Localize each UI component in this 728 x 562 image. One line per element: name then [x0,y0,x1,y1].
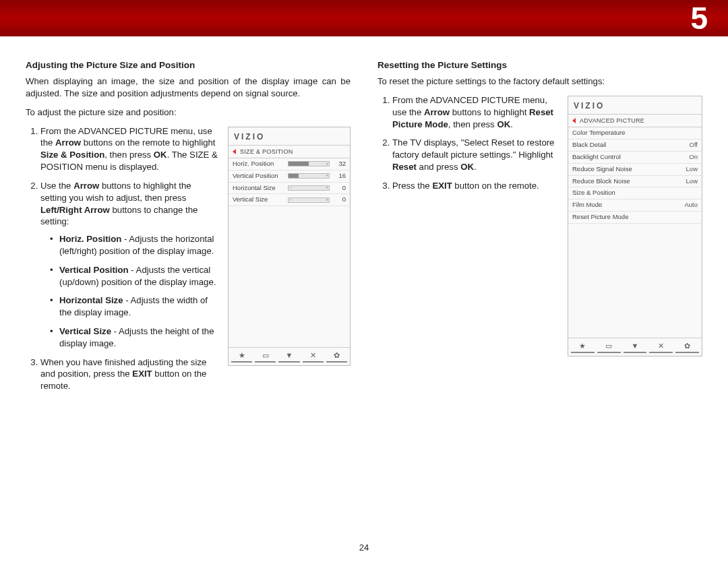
osd2-row: Reset Picture Mode [568,212,702,224]
right-intro: To reset the picture settings to the fac… [377,75,702,88]
bullet-vertical-size: Vertical Size - Adjusts the height of th… [50,325,351,350]
osd2-row: Color Temperature [568,127,702,139]
osd1-row: Vertical Size −+ 0 [229,194,350,206]
close-icon: ✕ [649,341,673,353]
osd2-row: Reduce Signal NoiseLow [568,164,702,176]
slider-icon: −+ [288,161,330,166]
left-heading: Adjusting the Picture Size and Position [26,59,351,71]
osd2-footer: ★ ▭ ▼ ✕ ✿ [568,338,702,356]
down-icon: ▼ [278,350,299,363]
osd1-brand: VIZIO [229,127,350,145]
close-icon: ✕ [303,350,324,363]
right-column: Resetting the Picture Settings To reset … [377,59,702,399]
wide-icon: ▭ [255,350,276,363]
osd2-row: Black DetailOff [568,139,702,152]
bullet-vertical-position: Vertical Position - Adjusts the vertical… [50,264,351,288]
osd1-subtitle-row: SIZE & POSITION [229,145,350,158]
osd-advanced-picture: VIZIO ADVANCED PICTURE Color Temperature… [568,96,702,356]
down-icon: ▼ [624,341,647,353]
chapter-banner: 5 [0,0,728,36]
osd1-row: Vertical Position −+ 16 [229,170,350,183]
page-number: 24 [0,542,728,553]
left-lead: To adjust the picture size and position: [26,106,351,119]
osd2-row: Reduce Block NoiseLow [568,176,702,188]
osd1-footer: ★ ▭ ▼ ✕ ✿ [229,348,350,365]
slider-icon: −+ [288,197,330,203]
bullet-horizontal-size: Horizontal Size - Adjusts the width of t… [50,294,351,319]
page-body: Adjusting the Picture Size and Position … [0,36,728,399]
osd2-subtitle: ADVANCED PICTURE [580,117,644,125]
back-arrow-icon [233,149,236,154]
gear-icon: ✿ [675,341,699,353]
osd2-row: Film ModeAuto [568,199,702,212]
left-column: Adjusting the Picture Size and Position … [26,59,351,399]
gear-icon: ✿ [326,350,347,363]
back-arrow-icon [572,118,576,123]
osd1-subtitle: SIZE & POSITION [240,148,293,156]
osd2-row: Backlight ControlOn [568,152,702,164]
osd2-row: Size & Position [568,187,702,199]
osd1-row: Horizontal Size −+ 0 [229,183,350,195]
slider-icon: −+ [288,173,330,179]
bullet-horiz-position: Horiz. Position - Adjusts the horizontal… [50,233,351,257]
right-heading: Resetting the Picture Settings [377,59,702,71]
osd1-row: Horiz. Position −+ 32 [229,158,350,170]
chapter-number: 5 [690,0,708,36]
slider-icon: −+ [288,185,330,191]
osd2-subtitle-row: ADVANCED PICTURE [568,114,702,127]
left-intro: When displaying an image, the size and p… [26,75,351,100]
osd2-brand: VIZIO [568,96,702,114]
star-icon: ★ [571,341,595,353]
wide-icon: ▭ [597,341,621,353]
star-icon: ★ [231,350,252,363]
